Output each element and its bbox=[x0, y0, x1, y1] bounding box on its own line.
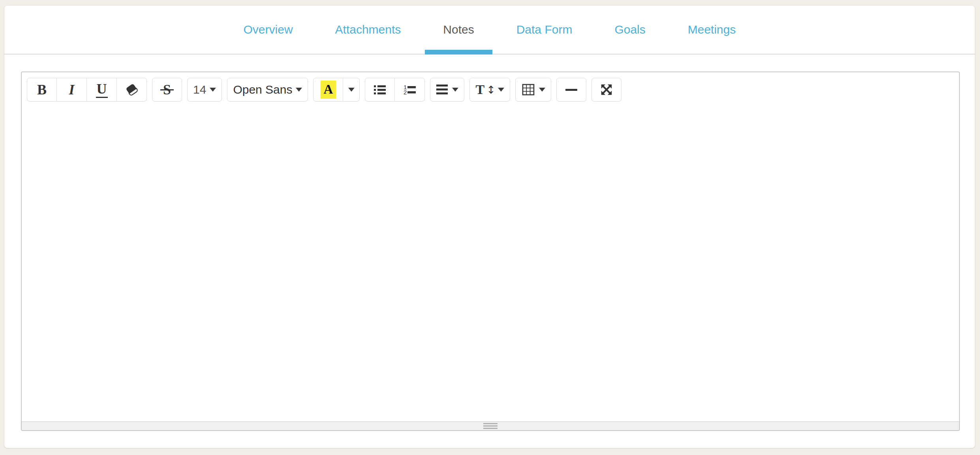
underline-icon: U bbox=[96, 82, 108, 98]
tab-notes-label: Notes bbox=[443, 23, 474, 36]
tab-data-form[interactable]: Data Form bbox=[498, 6, 591, 54]
clear-format-button[interactable] bbox=[117, 78, 147, 102]
numbered-list-icon: 1 2 bbox=[403, 83, 417, 97]
up-down-arrow-icon: ↕ bbox=[486, 85, 496, 95]
chevron-down-icon bbox=[452, 88, 458, 92]
tab-bar: Overview Attachments Notes Data Form Goa… bbox=[4, 6, 975, 55]
hr-group bbox=[556, 78, 586, 102]
tab-goals-label: Goals bbox=[614, 23, 645, 36]
color-button-group: A bbox=[313, 78, 360, 102]
tab-overview-label: Overview bbox=[244, 23, 293, 36]
editor-toolbar: B I U bbox=[22, 72, 959, 105]
tab-goals[interactable]: Goals bbox=[596, 6, 663, 54]
unordered-list-button[interactable] bbox=[365, 78, 395, 102]
line-height-group: T ↕ bbox=[469, 78, 510, 102]
font-family-select[interactable]: Open Sans bbox=[227, 78, 308, 102]
chevron-down-icon bbox=[296, 88, 302, 92]
italic-button[interactable]: I bbox=[57, 78, 87, 102]
rich-text-editor: B I U bbox=[21, 71, 960, 431]
fullscreen-group bbox=[591, 78, 621, 102]
table-icon bbox=[521, 83, 535, 97]
font-size-select[interactable]: 14 bbox=[187, 78, 222, 102]
tab-data-form-label: Data Form bbox=[516, 23, 573, 36]
tab-overview[interactable]: Overview bbox=[225, 6, 311, 54]
strikethrough-icon: S bbox=[162, 83, 172, 97]
bold-icon: B bbox=[37, 83, 47, 97]
text-color-icon: A bbox=[321, 81, 336, 99]
tab-attachments-label: Attachments bbox=[335, 23, 401, 36]
fullscreen-button[interactable] bbox=[591, 78, 621, 102]
table-select[interactable] bbox=[515, 78, 551, 102]
table-group bbox=[515, 78, 551, 102]
chevron-down-icon bbox=[498, 88, 504, 92]
line-height-icon: T bbox=[475, 83, 484, 96]
editor-resize-handle[interactable] bbox=[22, 421, 959, 430]
resize-grip-icon bbox=[483, 423, 498, 424]
font-size-group: 14 bbox=[187, 78, 222, 102]
eraser-icon bbox=[125, 83, 139, 97]
horizontal-rule-icon bbox=[565, 89, 577, 91]
bold-button[interactable]: B bbox=[27, 78, 57, 102]
align-justify-icon bbox=[436, 84, 449, 96]
underline-button[interactable]: U bbox=[87, 78, 117, 102]
ordered-list-button[interactable]: 1 2 bbox=[395, 78, 425, 102]
resize-grip-icon bbox=[483, 425, 498, 427]
active-tab-underline bbox=[425, 50, 492, 55]
resize-grip-icon bbox=[483, 428, 498, 429]
tab-notes[interactable]: Notes bbox=[425, 6, 492, 54]
font-size-value: 14 bbox=[193, 84, 206, 96]
font-family-value: Open Sans bbox=[233, 84, 292, 96]
horizontal-rule-button[interactable] bbox=[556, 78, 586, 102]
page: Overview Attachments Notes Data Form Goa… bbox=[0, 0, 980, 455]
notes-panel-card: Overview Attachments Notes Data Form Goa… bbox=[4, 5, 975, 448]
tab-meetings-label: Meetings bbox=[688, 23, 736, 36]
line-height-select[interactable]: T ↕ bbox=[469, 78, 510, 102]
tab-attachments[interactable]: Attachments bbox=[317, 6, 419, 54]
text-color-dropdown-button[interactable] bbox=[343, 78, 360, 102]
chevron-down-icon bbox=[539, 88, 545, 92]
tab-meetings[interactable]: Meetings bbox=[670, 6, 754, 54]
chevron-down-icon bbox=[210, 88, 216, 92]
svg-text:2: 2 bbox=[404, 89, 407, 96]
style-button-group: B I U bbox=[27, 78, 147, 102]
paragraph-group bbox=[430, 78, 464, 102]
paragraph-align-select[interactable] bbox=[430, 78, 464, 102]
editor-content[interactable] bbox=[22, 105, 959, 421]
strikethrough-group: S bbox=[152, 78, 182, 102]
chevron-down-icon bbox=[348, 88, 355, 92]
font-family-group: Open Sans bbox=[227, 78, 308, 102]
text-color-button[interactable]: A bbox=[313, 78, 343, 102]
fullscreen-arrows-icon bbox=[600, 83, 613, 96]
italic-icon: I bbox=[69, 83, 74, 97]
list-button-group: 1 2 bbox=[365, 78, 425, 102]
tab-content-area: B I U bbox=[4, 55, 975, 431]
bullet-list-icon bbox=[373, 83, 387, 97]
strikethrough-button[interactable]: S bbox=[152, 78, 182, 102]
